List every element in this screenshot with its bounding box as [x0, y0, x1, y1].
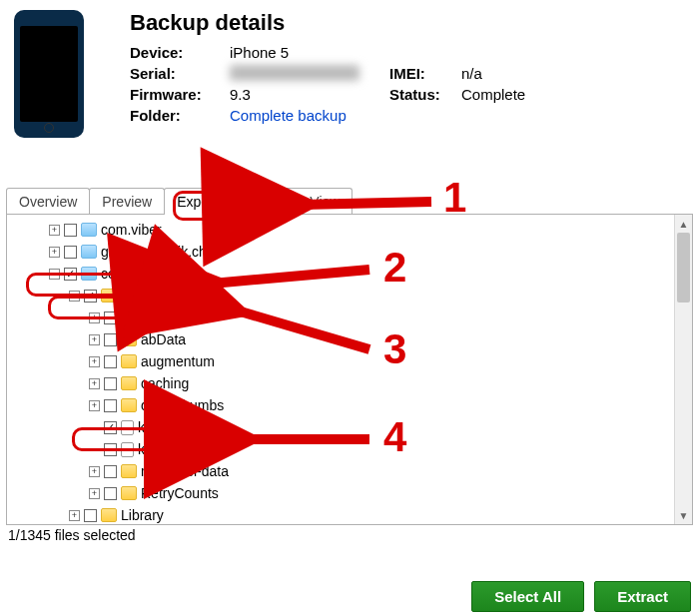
- scroll-up-icon[interactable]: ▲: [675, 215, 692, 233]
- tree-row[interactable]: +convothumbs: [13, 394, 674, 416]
- page-title: Backup details: [130, 10, 525, 36]
- tree-item-label: Library: [121, 507, 164, 523]
- expand-icon[interactable]: +: [89, 312, 100, 323]
- tree-item-label: kik.sqlite-shm: [138, 441, 223, 457]
- tab-overview[interactable]: Overview: [6, 188, 90, 215]
- tree-checkbox[interactable]: [64, 268, 77, 281]
- expand-icon[interactable]: +: [89, 400, 100, 411]
- tree-row[interactable]: +augmentum: [13, 350, 674, 372]
- expand-icon[interactable]: +: [89, 378, 100, 389]
- expander-none: [89, 444, 100, 455]
- folder-icon: [81, 267, 97, 281]
- tree-row[interactable]: +caching: [13, 372, 674, 394]
- tree-item-label: Metrics: [141, 309, 186, 325]
- folder-icon: [101, 508, 117, 522]
- tree-checkbox[interactable]: [104, 399, 117, 412]
- scrollbar-thumb[interactable]: [677, 233, 690, 303]
- folder-link[interactable]: Complete backup: [230, 107, 347, 124]
- tree-row[interactable]: +abData: [13, 328, 674, 350]
- tree-row[interactable]: -Documents: [13, 285, 674, 307]
- folder-icon: [121, 376, 137, 390]
- folder-icon: [81, 223, 97, 237]
- tree-row[interactable]: +Metrics: [13, 307, 674, 328]
- tree-item-label: com.viber: [101, 222, 162, 238]
- expand-icon[interactable]: +: [49, 225, 60, 236]
- file-icon: [121, 420, 134, 435]
- tree-row[interactable]: kik.sqlite-shm: [13, 438, 674, 460]
- expand-icon[interactable]: +: [89, 466, 100, 477]
- tree-checkbox[interactable]: [104, 311, 117, 324]
- tree-item-label: augmentum: [141, 353, 215, 369]
- tree-checkbox[interactable]: [84, 290, 97, 303]
- imei-value: n/a: [461, 63, 525, 84]
- device-label: Device:: [130, 42, 230, 63]
- folder-icon: [121, 310, 137, 324]
- firmware-value: 9.3: [230, 84, 389, 105]
- tab-app-view[interactable]: App View: [269, 188, 353, 215]
- vertical-scrollbar[interactable]: ▲ ▼: [674, 215, 692, 524]
- folder-icon: [121, 398, 137, 412]
- tree-checkbox[interactable]: [104, 333, 117, 346]
- imei-label: IMEI:: [389, 63, 461, 84]
- tree-checkbox[interactable]: [64, 246, 77, 259]
- tree-item-label: caching: [141, 375, 189, 391]
- expand-icon[interactable]: +: [69, 510, 80, 521]
- scroll-down-icon[interactable]: ▼: [675, 506, 692, 524]
- folder-icon: [121, 486, 137, 500]
- expand-icon[interactable]: +: [89, 356, 100, 367]
- tree-item-label: RetryCounts: [141, 485, 219, 501]
- select-all-button[interactable]: Select All: [471, 581, 584, 612]
- device-value: iPhone 5: [230, 42, 389, 63]
- tree-item-label: abData: [141, 331, 186, 347]
- tree-row[interactable]: +RetryCounts: [13, 482, 674, 504]
- selection-status: 1/1345 files selected: [0, 525, 699, 545]
- tree-item-label: mixpanel-data: [141, 463, 229, 479]
- tree-row[interactable]: +com.viber: [13, 219, 674, 241]
- folder-icon: [121, 354, 137, 368]
- file-tree-panel: +com.viber+group.com.kik.chat-com.kik.ch…: [6, 214, 693, 525]
- tree-item-label: group.com.kik.chat: [101, 244, 219, 260]
- serial-label: Serial:: [130, 63, 230, 84]
- tab-bar: Overview Preview Expert Mode App View: [0, 186, 699, 214]
- firmware-label: Firmware:: [130, 84, 230, 105]
- tree-row[interactable]: +group.com.kik.chat: [13, 241, 674, 263]
- collapse-icon[interactable]: -: [49, 269, 60, 280]
- extract-button[interactable]: Extract: [594, 581, 691, 612]
- tree-row[interactable]: -com.kik.chat: [13, 263, 674, 285]
- status-label: Status:: [389, 84, 461, 105]
- tree-checkbox[interactable]: [104, 465, 117, 478]
- tree-item-label: kik.sqlite: [138, 419, 192, 435]
- folder-icon: [121, 464, 137, 478]
- serial-value: XXXXXXXXXXXX: [230, 63, 389, 84]
- folder-label: Folder:: [130, 105, 230, 126]
- tree-row[interactable]: kik.sqlite: [13, 416, 674, 438]
- folder-icon: [121, 332, 137, 346]
- tree-item-label: com.kik.chat: [101, 266, 179, 282]
- expand-icon[interactable]: +: [89, 334, 100, 345]
- tab-preview[interactable]: Preview: [89, 188, 165, 215]
- tree-checkbox[interactable]: [104, 443, 117, 456]
- expand-icon[interactable]: +: [89, 488, 100, 499]
- tree-checkbox[interactable]: [104, 377, 117, 390]
- tree-item-label: convothumbs: [141, 397, 224, 413]
- expand-icon[interactable]: +: [49, 247, 60, 258]
- tree-checkbox[interactable]: [64, 224, 77, 237]
- tree-checkbox[interactable]: [104, 421, 117, 434]
- status-value: Complete: [461, 84, 525, 105]
- tree-row[interactable]: +mixpanel-data: [13, 460, 674, 482]
- tab-expert-mode[interactable]: Expert Mode: [164, 188, 269, 215]
- tree-item-label: Documents: [121, 288, 192, 304]
- folder-icon: [81, 245, 97, 259]
- tree-checkbox[interactable]: [104, 355, 117, 368]
- tree-row[interactable]: +Library: [13, 504, 674, 524]
- device-thumbnail: [14, 10, 84, 138]
- file-icon: [121, 442, 134, 457]
- collapse-icon[interactable]: -: [69, 291, 80, 302]
- expander-none: [89, 422, 100, 433]
- tree-checkbox[interactable]: [84, 509, 97, 522]
- folder-icon: [101, 289, 117, 303]
- tree-checkbox[interactable]: [104, 487, 117, 500]
